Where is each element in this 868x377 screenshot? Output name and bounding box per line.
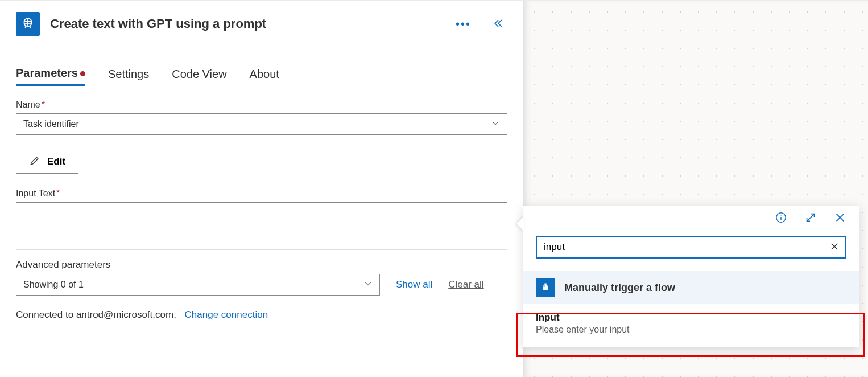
dynamic-content-popup: Manually trigger a flow Input Please ent… <box>523 206 859 347</box>
edit-button[interactable]: Edit <box>16 150 78 174</box>
pencil-icon <box>29 155 40 169</box>
more-actions-button[interactable]: ••• <box>448 18 479 31</box>
ai-builder-icon <box>16 12 40 36</box>
close-icon[interactable] <box>834 211 846 226</box>
tab-about[interactable]: About <box>250 67 279 86</box>
svg-line-6 <box>807 214 815 222</box>
advanced-parameters-select[interactable]: Showing 0 of 1 <box>16 274 380 296</box>
name-select[interactable]: Task identifier <box>16 113 507 135</box>
required-asterisk-icon: * <box>42 100 45 109</box>
chevron-down-icon <box>363 279 373 290</box>
trigger-section-header[interactable]: Manually trigger a flow <box>523 271 859 304</box>
input-text-label: Input Text* <box>16 188 507 199</box>
popup-search-field-wrap <box>536 236 846 259</box>
connection-prefix: Connected to <box>16 309 73 320</box>
name-select-value: Task identifier <box>23 119 79 129</box>
action-config-panel: Create text with GPT using a prompt ••• … <box>0 1 523 377</box>
svg-point-5 <box>780 215 781 215</box>
dynamic-content-item-input[interactable]: Input Please enter your input <box>523 304 859 347</box>
connection-account: antrod@microsoft.com. <box>76 309 176 320</box>
name-field-label: Name* <box>16 100 507 110</box>
show-all-link[interactable]: Show all <box>396 279 432 290</box>
tab-codeview[interactable]: Code View <box>172 67 226 86</box>
panel-header: Create text with GPT using a prompt ••• <box>0 1 523 44</box>
popup-search-input[interactable] <box>543 241 829 253</box>
tab-parameters-label: Parameters <box>16 67 78 80</box>
info-icon[interactable] <box>775 211 787 226</box>
name-label-text: Name <box>16 100 40 109</box>
collapse-panel-button[interactable] <box>479 18 507 31</box>
popup-toolbar <box>523 206 859 226</box>
trigger-section-title: Manually trigger a flow <box>564 282 675 294</box>
edit-button-label: Edit <box>47 156 65 167</box>
clear-search-icon[interactable] <box>829 241 840 253</box>
parameters-form: Name* Task identifier Edit Input Text* <box>0 86 523 229</box>
tab-bar: Parameters Settings Code View About <box>0 44 523 86</box>
input-text-field[interactable] <box>16 202 507 227</box>
input-text-label-text: Input Text <box>16 188 55 198</box>
clear-all-link[interactable]: Clear all <box>448 279 483 290</box>
expand-icon[interactable] <box>804 211 817 226</box>
tab-parameters[interactable]: Parameters <box>16 67 85 86</box>
manual-trigger-icon <box>536 278 555 297</box>
dynamic-item-title: Input <box>536 312 846 323</box>
required-asterisk-icon: * <box>56 188 60 198</box>
dynamic-item-subtitle: Please enter your input <box>536 325 846 335</box>
callout-notch-icon <box>516 216 524 232</box>
advanced-parameters-section: Advanced parameters Showing 0 of 1 Show … <box>0 250 523 296</box>
tab-settings[interactable]: Settings <box>108 67 149 86</box>
chevron-down-icon <box>491 118 500 130</box>
action-title: Create text with GPT using a prompt <box>50 17 448 31</box>
advanced-parameters-label: Advanced parameters <box>16 259 507 271</box>
connection-info: Connected to antrod@microsoft.com. Chang… <box>0 296 523 334</box>
tab-error-dot-icon <box>80 71 85 76</box>
change-connection-link[interactable]: Change connection <box>185 309 268 320</box>
advanced-select-value: Showing 0 of 1 <box>23 280 84 290</box>
